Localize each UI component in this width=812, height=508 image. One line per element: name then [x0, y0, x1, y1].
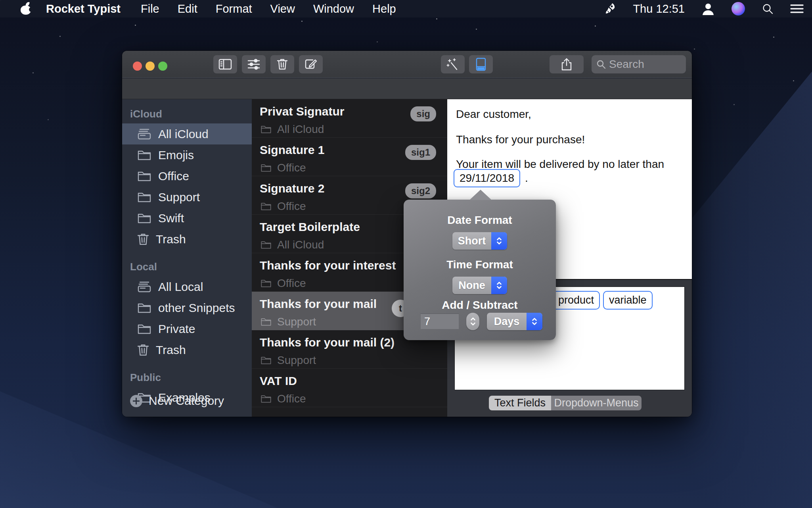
abbreviation-badge: sig1 [405, 145, 436, 160]
tray-icon [137, 128, 151, 140]
close-window-button[interactable] [133, 62, 142, 71]
toggle-sidebar-button[interactable] [213, 55, 237, 73]
date-format-label: Date Format [404, 214, 556, 227]
menu-app-name[interactable]: Rocket Typist [46, 2, 132, 15]
sidebar-item-label: Trash [156, 233, 186, 246]
plus-icon [130, 395, 142, 407]
text-field-token-product[interactable]: product [552, 291, 600, 310]
snippet-title: VAT ID [260, 374, 447, 388]
text-field-token-variable[interactable]: variable [603, 291, 653, 310]
folder-icon [137, 150, 151, 161]
snippet-row[interactable]: Privat Signatur All iCloud sig [252, 99, 447, 138]
sidebar-item-label: Emojis [158, 148, 194, 162]
folder-icon [137, 213, 151, 224]
folder-icon [137, 302, 151, 314]
minimize-window-button[interactable] [146, 62, 155, 71]
time-format-dropdown[interactable]: None [452, 277, 507, 294]
expand-snippet-button[interactable] [441, 55, 465, 73]
menu-format[interactable]: Format [207, 2, 261, 15]
menu-clock[interactable]: Thu 12:51 [624, 2, 693, 15]
menu-file[interactable]: File [132, 2, 169, 15]
sidebar-section-public: Public [122, 368, 252, 387]
menu-window[interactable]: Window [304, 2, 363, 15]
preview-period: . [525, 172, 528, 185]
trash-icon [137, 344, 149, 356]
spotlight-search-icon[interactable] [753, 3, 782, 15]
time-format-label: Time Format [404, 258, 556, 271]
search-input[interactable] [609, 58, 676, 71]
folder-icon [260, 125, 272, 134]
rocket-typist-status-icon[interactable] [596, 2, 624, 15]
new-category-button[interactable]: New Category [122, 391, 224, 411]
sidebar-item-all-local[interactable]: All Local [122, 276, 252, 297]
menu-bar: Rocket Typist File Edit Format View Wind… [0, 0, 812, 17]
sidebar-item-support[interactable]: Support [122, 187, 252, 208]
tab-text-fields[interactable]: Text Fields [489, 396, 551, 410]
user-account-icon[interactable] [693, 2, 723, 15]
new-snippet-button[interactable] [299, 55, 323, 73]
sidebar-item-other-snippets[interactable]: other Snippets [122, 297, 252, 318]
sidebar-item-private[interactable]: Private [122, 318, 252, 339]
snippet-row[interactable]: Signature 1 Office sig1 [252, 138, 447, 176]
sidebar-item-label: other Snippets [158, 301, 235, 315]
snippet-row[interactable]: VAT ID Office [252, 369, 447, 407]
window-titlebar[interactable] [122, 51, 692, 78]
zoom-window-button[interactable] [158, 62, 167, 71]
folder-icon [260, 164, 272, 172]
snippet-category: Office [277, 162, 306, 174]
notification-center-icon[interactable] [782, 4, 812, 14]
fields-tab-bar: Text Fields Dropdown-Menus [489, 396, 642, 410]
tab-strip [122, 78, 692, 99]
sidebar-item-local-trash[interactable]: Trash [122, 339, 252, 360]
add-subtract-label: Add / Subtract [404, 299, 556, 312]
sidebar-item-icloud-trash[interactable]: Trash [122, 229, 252, 250]
chevron-up-down-icon [527, 313, 542, 330]
folder-icon [260, 241, 272, 249]
snippet-category: All iCloud [277, 239, 324, 251]
menu-edit[interactable]: Edit [169, 2, 207, 15]
siri-icon[interactable] [723, 2, 753, 15]
delete-snippet-button[interactable] [270, 55, 294, 73]
share-button[interactable] [550, 55, 584, 73]
rocket-typist-window: iCloud All iCloud Emojis Office Support … [122, 51, 692, 417]
sidebar-item-emojis[interactable]: Emojis [122, 144, 252, 165]
trash-icon [137, 233, 149, 246]
filter-options-button[interactable] [242, 55, 266, 73]
sidebar-item-label: Support [158, 190, 200, 204]
chevron-up-down-icon [491, 232, 507, 250]
toolbar-search-field[interactable] [592, 55, 686, 73]
abbreviation-badge: sig2 [405, 183, 436, 198]
toggle-preview-panel-button[interactable] [469, 55, 493, 73]
chevron-up-down-icon [491, 277, 507, 294]
folder-icon [137, 171, 151, 182]
snippet-category: All iCloud [277, 123, 324, 136]
sidebar-item-label: Private [158, 322, 195, 336]
sidebar-item-swift[interactable]: Swift [122, 208, 252, 229]
sidebar-item-office[interactable]: Office [122, 165, 252, 187]
apple-menu-icon[interactable] [21, 3, 31, 15]
folder-icon [260, 356, 272, 365]
amount-input[interactable] [421, 314, 459, 329]
snippet-category: Support [277, 354, 316, 367]
folder-icon [260, 202, 272, 211]
snippet-category: Office [277, 393, 306, 405]
date-format-dropdown[interactable]: Short [452, 232, 507, 250]
sidebar-item-label: All Local [158, 280, 203, 294]
menu-help[interactable]: Help [363, 2, 405, 15]
amount-stepper[interactable] [466, 313, 479, 330]
sidebar-section-icloud: iCloud [122, 104, 252, 123]
sidebar-item-all-icloud[interactable]: All iCloud [122, 123, 252, 144]
snippet-category: Office [277, 200, 306, 213]
date-placeholder-token[interactable]: 29/11/2018 [454, 169, 520, 187]
unit-dropdown[interactable]: Days [487, 313, 542, 330]
date-format-value: Short [452, 235, 491, 247]
tab-dropdown-menus[interactable]: Dropdown-Menus [551, 396, 642, 410]
unit-value: Days [487, 316, 527, 328]
category-sidebar: iCloud All iCloud Emojis Office Support … [122, 99, 252, 417]
new-category-label: New Category [149, 394, 224, 408]
popover-arrow [469, 190, 492, 200]
amount-field[interactable] [420, 314, 459, 329]
sidebar-item-label: Trash [156, 343, 186, 357]
menu-view[interactable]: View [261, 2, 304, 15]
preview-line: Thanks for your purchase! [456, 133, 585, 146]
